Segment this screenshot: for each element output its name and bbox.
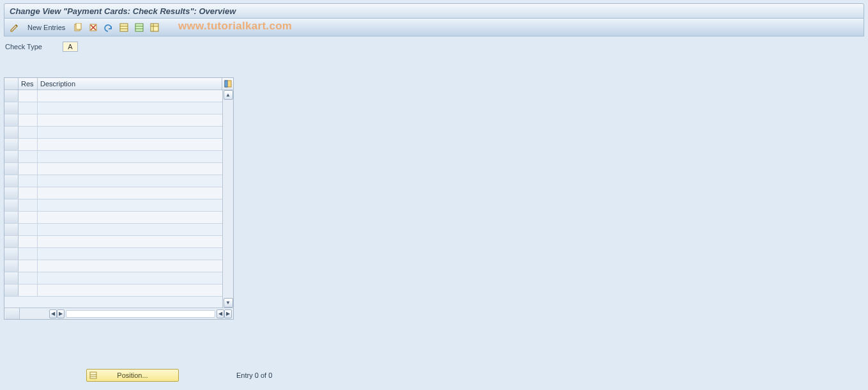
svg-rect-5 bbox=[120, 24, 128, 31]
select-all-icon[interactable] bbox=[118, 21, 130, 34]
table-header: Res Description bbox=[4, 78, 233, 90]
copy-icon[interactable] bbox=[72, 21, 84, 34]
position-icon bbox=[89, 371, 98, 380]
new-entries-button[interactable]: New Entries bbox=[24, 24, 69, 31]
scroll-down-icon[interactable]: ▼ bbox=[224, 298, 233, 308]
application-toolbar: New Entries www.tutorialkart.com bbox=[4, 19, 864, 36]
table-row[interactable] bbox=[4, 187, 222, 199]
table-row[interactable] bbox=[4, 114, 222, 127]
undo-icon[interactable] bbox=[102, 21, 115, 34]
row-selector[interactable] bbox=[4, 248, 19, 260]
cell-res[interactable] bbox=[19, 127, 38, 138]
table-settings-icon[interactable] bbox=[222, 78, 233, 90]
table-row[interactable] bbox=[4, 236, 222, 248]
row-selector[interactable] bbox=[4, 224, 19, 235]
row-selector[interactable] bbox=[4, 199, 19, 211]
table-row[interactable] bbox=[4, 90, 222, 102]
cell-description[interactable] bbox=[38, 199, 222, 211]
table-select-all[interactable] bbox=[4, 78, 19, 90]
cell-description[interactable] bbox=[38, 272, 222, 284]
row-selector[interactable] bbox=[4, 175, 19, 187]
scroll-left-icon[interactable]: ◀ bbox=[49, 309, 57, 318]
cell-res[interactable] bbox=[19, 175, 38, 187]
cell-res[interactable] bbox=[19, 260, 38, 272]
table-row[interactable] bbox=[4, 139, 222, 151]
row-selector[interactable] bbox=[4, 90, 19, 102]
cell-res[interactable] bbox=[19, 248, 38, 260]
cell-res[interactable] bbox=[19, 199, 38, 211]
table-row[interactable] bbox=[4, 224, 222, 236]
hscroll-track[interactable] bbox=[66, 310, 215, 318]
table-row[interactable] bbox=[4, 151, 222, 163]
row-selector[interactable] bbox=[4, 163, 19, 175]
row-selector[interactable] bbox=[4, 272, 19, 284]
check-type-input[interactable] bbox=[63, 42, 78, 52]
row-selector[interactable] bbox=[4, 127, 19, 138]
cell-description[interactable] bbox=[38, 224, 222, 235]
row-selector[interactable] bbox=[4, 285, 19, 296]
cell-res[interactable] bbox=[19, 224, 38, 235]
table-row[interactable] bbox=[4, 285, 222, 297]
watermark-text: www.tutorialkart.com bbox=[178, 20, 292, 33]
svg-rect-8 bbox=[135, 24, 143, 31]
cell-res[interactable] bbox=[19, 236, 38, 247]
row-selector[interactable] bbox=[4, 260, 19, 272]
table-row[interactable] bbox=[4, 199, 222, 212]
cell-description[interactable] bbox=[38, 285, 222, 296]
table-row[interactable] bbox=[4, 175, 222, 187]
position-button-label: Position... bbox=[117, 371, 148, 379]
cell-description[interactable] bbox=[38, 127, 222, 138]
table-row[interactable] bbox=[4, 260, 222, 272]
table-row[interactable] bbox=[4, 272, 222, 285]
cell-res[interactable] bbox=[19, 272, 38, 284]
scroll-right-step-icon[interactable]: ▶ bbox=[57, 309, 65, 318]
table-row[interactable] bbox=[4, 102, 222, 114]
cell-res[interactable] bbox=[19, 285, 38, 296]
edit-icon[interactable] bbox=[8, 21, 21, 34]
delete-icon[interactable] bbox=[87, 21, 100, 34]
scroll-left-step-icon[interactable]: ◀ bbox=[217, 309, 224, 318]
cell-description[interactable] bbox=[38, 90, 222, 102]
row-selector[interactable] bbox=[4, 236, 19, 247]
row-selector[interactable] bbox=[4, 212, 19, 223]
row-selector[interactable] bbox=[4, 114, 19, 126]
scroll-up-icon[interactable]: ▲ bbox=[224, 90, 233, 100]
column-header-description[interactable]: Description bbox=[38, 78, 222, 90]
cell-res[interactable] bbox=[19, 151, 38, 162]
title-bar: Change View "Payment Cards: Check Result… bbox=[4, 3, 864, 19]
row-selector[interactable] bbox=[4, 187, 19, 199]
cell-res[interactable] bbox=[19, 212, 38, 223]
entry-counter: Entry 0 of 0 bbox=[236, 371, 272, 379]
deselect-all-icon[interactable] bbox=[148, 21, 161, 34]
cell-description[interactable] bbox=[38, 187, 222, 199]
cell-res[interactable] bbox=[19, 114, 38, 126]
cell-description[interactable] bbox=[38, 139, 222, 150]
column-header-res[interactable]: Res bbox=[19, 78, 38, 90]
cell-res[interactable] bbox=[19, 163, 38, 175]
scroll-right-icon[interactable]: ▶ bbox=[224, 309, 232, 318]
cell-description[interactable] bbox=[38, 236, 222, 247]
cell-description[interactable] bbox=[38, 114, 222, 126]
vertical-scrollbar[interactable]: ▲ ▼ bbox=[222, 90, 233, 308]
cell-description[interactable] bbox=[38, 248, 222, 260]
table-row[interactable] bbox=[4, 163, 222, 175]
cell-res[interactable] bbox=[19, 139, 38, 150]
table-row[interactable] bbox=[4, 212, 222, 224]
cell-description[interactable] bbox=[38, 163, 222, 175]
row-selector[interactable] bbox=[4, 151, 19, 162]
cell-description[interactable] bbox=[38, 151, 222, 162]
cell-res[interactable] bbox=[19, 90, 38, 102]
row-selector[interactable] bbox=[4, 102, 19, 114]
cell-res[interactable] bbox=[19, 187, 38, 199]
cell-description[interactable] bbox=[38, 260, 222, 272]
cell-description[interactable] bbox=[38, 212, 222, 223]
cell-res[interactable] bbox=[19, 102, 38, 114]
select-block-icon[interactable] bbox=[133, 21, 146, 34]
horizontal-scrollbar[interactable]: ◀ ▶ ◀ ▶ bbox=[4, 308, 233, 319]
position-button[interactable]: Position... bbox=[86, 369, 179, 382]
table-row[interactable] bbox=[4, 248, 222, 260]
table-row[interactable] bbox=[4, 127, 222, 139]
cell-description[interactable] bbox=[38, 102, 222, 114]
row-selector[interactable] bbox=[4, 139, 19, 150]
cell-description[interactable] bbox=[38, 175, 222, 187]
